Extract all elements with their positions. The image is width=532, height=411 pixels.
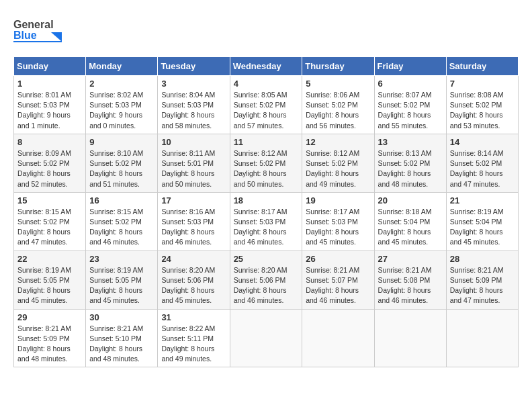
day-info: Sunrise: 8:21 AMSunset: 5:10 PMDaylight:…	[89, 324, 154, 365]
day-number: 2	[89, 79, 154, 89]
day-header-saturday: Saturday	[446, 57, 518, 76]
day-number: 29	[17, 312, 82, 322]
day-info: Sunrise: 8:09 AMSunset: 5:02 PMDaylight:…	[17, 148, 82, 189]
day-number: 9	[89, 137, 154, 147]
calendar-cell: 31Sunrise: 8:22 AMSunset: 5:11 PMDayligh…	[158, 309, 230, 367]
logo: General Blue	[13, 13, 67, 50]
calendar-cell: 15Sunrise: 8:15 AMSunset: 5:02 PMDayligh…	[14, 192, 86, 250]
calendar-week-4: 22Sunrise: 8:19 AMSunset: 5:05 PMDayligh…	[14, 250, 519, 309]
day-info: Sunrise: 8:06 AMSunset: 5:02 PMDaylight:…	[306, 90, 370, 131]
calendar-week-3: 15Sunrise: 8:15 AMSunset: 5:02 PMDayligh…	[14, 192, 519, 250]
calendar-cell	[374, 309, 446, 367]
day-info: Sunrise: 8:19 AMSunset: 5:04 PMDaylight:…	[450, 207, 515, 248]
day-info: Sunrise: 8:15 AMSunset: 5:02 PMDaylight:…	[17, 207, 82, 248]
day-number: 11	[234, 137, 299, 147]
svg-text:General: General	[13, 19, 54, 30]
day-info: Sunrise: 8:07 AMSunset: 5:02 PMDaylight:…	[378, 90, 443, 131]
day-info: Sunrise: 8:19 AMSunset: 5:05 PMDaylight:…	[17, 265, 82, 306]
calendar-cell: 2Sunrise: 8:02 AMSunset: 5:03 PMDaylight…	[86, 76, 158, 134]
day-header-sunday: Sunday	[14, 57, 86, 76]
day-number: 23	[89, 254, 154, 264]
day-info: Sunrise: 8:12 AMSunset: 5:02 PMDaylight:…	[234, 148, 299, 189]
day-number: 19	[306, 195, 370, 205]
calendar-cell: 19Sunrise: 8:17 AMSunset: 5:03 PMDayligh…	[302, 192, 374, 250]
svg-marker-2	[51, 32, 62, 42]
calendar-cell: 23Sunrise: 8:19 AMSunset: 5:05 PMDayligh…	[86, 250, 158, 309]
day-number: 18	[234, 195, 299, 205]
calendar-cell: 10Sunrise: 8:11 AMSunset: 5:01 PMDayligh…	[158, 134, 230, 192]
svg-text:Blue: Blue	[13, 30, 37, 41]
day-info: Sunrise: 8:17 AMSunset: 5:03 PMDaylight:…	[234, 207, 299, 248]
calendar-cell: 7Sunrise: 8:08 AMSunset: 5:02 PMDaylight…	[446, 76, 518, 134]
day-number: 4	[234, 79, 299, 89]
calendar-cell	[446, 309, 518, 367]
day-header-monday: Monday	[86, 57, 158, 76]
day-number: 7	[450, 79, 515, 89]
day-info: Sunrise: 8:21 AMSunset: 5:09 PMDaylight:…	[17, 324, 82, 365]
day-number: 15	[17, 195, 82, 205]
calendar-cell: 16Sunrise: 8:15 AMSunset: 5:02 PMDayligh…	[86, 192, 158, 250]
day-info: Sunrise: 8:20 AMSunset: 5:06 PMDaylight:…	[161, 265, 226, 306]
day-info: Sunrise: 8:05 AMSunset: 5:02 PMDaylight:…	[234, 90, 299, 131]
calendar-cell: 14Sunrise: 8:14 AMSunset: 5:02 PMDayligh…	[446, 134, 518, 192]
calendar-cell: 1Sunrise: 8:01 AMSunset: 5:03 PMDaylight…	[14, 76, 86, 134]
day-number: 8	[17, 137, 82, 147]
day-info: Sunrise: 8:11 AMSunset: 5:01 PMDaylight:…	[161, 148, 226, 189]
day-info: Sunrise: 8:21 AMSunset: 5:08 PMDaylight:…	[378, 265, 443, 306]
calendar-cell: 21Sunrise: 8:19 AMSunset: 5:04 PMDayligh…	[446, 192, 518, 250]
day-info: Sunrise: 8:10 AMSunset: 5:02 PMDaylight:…	[89, 148, 154, 189]
calendar-cell: 6Sunrise: 8:07 AMSunset: 5:02 PMDaylight…	[374, 76, 446, 134]
day-number: 20	[378, 195, 443, 205]
day-number: 27	[378, 254, 443, 264]
day-number: 17	[161, 195, 226, 205]
day-info: Sunrise: 8:21 AMSunset: 5:09 PMDaylight:…	[450, 265, 515, 306]
day-info: Sunrise: 8:04 AMSunset: 5:03 PMDaylight:…	[161, 90, 226, 131]
calendar-cell: 5Sunrise: 8:06 AMSunset: 5:02 PMDaylight…	[302, 76, 374, 134]
day-number: 6	[378, 79, 443, 89]
calendar-cell: 30Sunrise: 8:21 AMSunset: 5:10 PMDayligh…	[86, 309, 158, 367]
day-number: 21	[450, 195, 515, 205]
day-number: 25	[234, 254, 299, 264]
calendar-cell: 18Sunrise: 8:17 AMSunset: 5:03 PMDayligh…	[230, 192, 302, 250]
day-number: 28	[450, 254, 515, 264]
day-number: 16	[89, 195, 154, 205]
calendar-cell	[230, 309, 302, 367]
calendar-cell: 20Sunrise: 8:18 AMSunset: 5:04 PMDayligh…	[374, 192, 446, 250]
calendar-cell	[302, 309, 374, 367]
calendar-week-5: 29Sunrise: 8:21 AMSunset: 5:09 PMDayligh…	[14, 309, 519, 367]
day-number: 26	[306, 254, 370, 264]
day-header-thursday: Thursday	[302, 57, 374, 76]
calendar-cell: 22Sunrise: 8:19 AMSunset: 5:05 PMDayligh…	[14, 250, 86, 309]
day-info: Sunrise: 8:01 AMSunset: 5:03 PMDaylight:…	[17, 90, 82, 131]
day-number: 30	[89, 312, 154, 322]
day-info: Sunrise: 8:02 AMSunset: 5:03 PMDaylight:…	[89, 90, 154, 131]
calendar-cell: 4Sunrise: 8:05 AMSunset: 5:02 PMDaylight…	[230, 76, 302, 134]
calendar-cell: 11Sunrise: 8:12 AMSunset: 5:02 PMDayligh…	[230, 134, 302, 192]
day-number: 14	[450, 137, 515, 147]
day-info: Sunrise: 8:21 AMSunset: 5:07 PMDaylight:…	[306, 265, 370, 306]
page-header: General Blue	[13, 13, 519, 50]
day-number: 12	[306, 137, 370, 147]
day-info: Sunrise: 8:14 AMSunset: 5:02 PMDaylight:…	[450, 148, 515, 189]
day-number: 22	[17, 254, 82, 264]
calendar-week-1: 1Sunrise: 8:01 AMSunset: 5:03 PMDaylight…	[14, 76, 519, 134]
calendar-cell: 27Sunrise: 8:21 AMSunset: 5:08 PMDayligh…	[374, 250, 446, 309]
day-number: 31	[161, 312, 226, 322]
logo-svg: General Blue	[13, 13, 67, 47]
day-info: Sunrise: 8:17 AMSunset: 5:03 PMDaylight:…	[306, 207, 370, 248]
calendar-cell: 24Sunrise: 8:20 AMSunset: 5:06 PMDayligh…	[158, 250, 230, 309]
day-header-wednesday: Wednesday	[230, 57, 302, 76]
day-number: 24	[161, 254, 226, 264]
day-number: 1	[17, 79, 82, 89]
calendar-cell: 8Sunrise: 8:09 AMSunset: 5:02 PMDaylight…	[14, 134, 86, 192]
day-header-tuesday: Tuesday	[158, 57, 230, 76]
day-info: Sunrise: 8:19 AMSunset: 5:05 PMDaylight:…	[89, 265, 154, 306]
day-header-friday: Friday	[374, 57, 446, 76]
day-info: Sunrise: 8:16 AMSunset: 5:03 PMDaylight:…	[161, 207, 226, 248]
day-info: Sunrise: 8:20 AMSunset: 5:06 PMDaylight:…	[234, 265, 299, 306]
day-info: Sunrise: 8:18 AMSunset: 5:04 PMDaylight:…	[378, 207, 443, 248]
calendar-cell: 9Sunrise: 8:10 AMSunset: 5:02 PMDaylight…	[86, 134, 158, 192]
calendar-cell: 13Sunrise: 8:13 AMSunset: 5:02 PMDayligh…	[374, 134, 446, 192]
day-number: 3	[161, 79, 226, 89]
calendar-cell: 3Sunrise: 8:04 AMSunset: 5:03 PMDaylight…	[158, 76, 230, 134]
